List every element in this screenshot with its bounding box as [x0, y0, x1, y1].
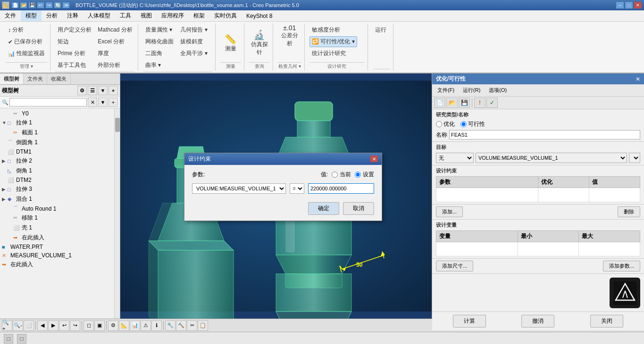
tree-item-remove1[interactable]: ✂ 移除 1	[0, 213, 120, 223]
rp-open-btn[interactable]: 📂	[446, 98, 458, 108]
tree-item-blend1[interactable]: ▶ ◆ 混合 1	[0, 194, 120, 204]
delete-constraint-btn[interactable]: 删除	[618, 206, 640, 217]
add-constraint-btn[interactable]: 添加...	[436, 206, 463, 217]
dialog-radio-current[interactable]: 当前	[332, 171, 351, 179]
tree-item-dtm2[interactable]: ⬜ DTM2	[0, 176, 120, 184]
zoom-in-btn[interactable]: 🔍+	[2, 320, 12, 331]
save-btn[interactable]: 💾	[28, 2, 36, 8]
global-interference-btn[interactable]: 全局干涉 ▾	[178, 48, 212, 59]
draft-angle-btn[interactable]: 拔模斜度	[178, 36, 212, 47]
tree-item-dtm1[interactable]: ⬜ DTM1	[0, 147, 120, 156]
tree-item-autoround1[interactable]: ⌒ Auto Round 1	[0, 204, 120, 213]
name-input[interactable]	[449, 130, 640, 139]
new-btn[interactable]: 📄	[11, 2, 19, 8]
pan-right-btn[interactable]: ▶	[48, 320, 59, 331]
zoom-out-btn[interactable]: 🔍-	[13, 320, 23, 331]
tree-item-section1[interactable]: ✏ 截面 1	[0, 128, 120, 138]
optimize-radio-label[interactable]: 优化	[436, 120, 455, 128]
tab-favorites[interactable]: 收藏夹	[47, 74, 71, 84]
measure-btn[interactable]: 📏 测量	[220, 31, 241, 55]
menu-tools[interactable]: 工具	[115, 10, 136, 21]
probe-btn[interactable]: 🔬 仿真探针	[249, 31, 270, 55]
radio-current-input[interactable]	[332, 172, 338, 178]
menu-simulation[interactable]: 实时仿真	[209, 10, 242, 21]
rp-warn-btn[interactable]: !	[474, 98, 485, 108]
user-def-analysis-btn[interactable]: 用户定义分析	[55, 25, 94, 35]
value-input[interactable]	[308, 183, 374, 194]
add-dimension-btn[interactable]: 添加尺寸...	[436, 261, 473, 271]
rp-new-btn[interactable]: 📄	[434, 98, 445, 108]
right-menu-file[interactable]: 文件(F)	[434, 85, 458, 95]
zoom-fit-btn[interactable]: ⬜	[24, 320, 34, 331]
tool8[interactable]: ✂	[187, 320, 197, 331]
tool7[interactable]: 🔨	[176, 320, 186, 331]
optimize-radio[interactable]	[436, 121, 442, 127]
dialog-close-btn[interactable]: ✕	[370, 156, 378, 162]
add-parameter-btn[interactable]: 添加参数...	[603, 261, 640, 271]
external-btn[interactable]: 外部分析	[95, 60, 134, 71]
view-solid-btn[interactable]: ▣	[94, 320, 105, 331]
tree-item-measure-vol[interactable]: ✕ MEASURE_VOLUME_1	[0, 251, 120, 260]
rp-save-btn[interactable]: 💾	[459, 98, 470, 108]
tree-item-insert2[interactable]: ➡ 在此插入	[0, 260, 120, 270]
compute-btn[interactable]: 计算	[453, 315, 486, 328]
minimize-btn[interactable]: ─	[616, 1, 624, 9]
right-menu-options[interactable]: 选项(O)	[485, 85, 510, 95]
short-edge-btn[interactable]: 矩边	[55, 36, 94, 47]
tree-search-input[interactable]	[9, 98, 87, 106]
tree-scrollbar[interactable]	[114, 108, 120, 319]
excel-analysis-btn[interactable]: Excel 分析	[95, 36, 134, 47]
saved-analysis-btn[interactable]: ✔已保存分析	[6, 36, 45, 47]
rotate-cw-btn[interactable]: ↪	[70, 320, 80, 331]
goal-dropdown[interactable]: ▼	[629, 153, 640, 163]
cancel-btn[interactable]: 取消	[343, 202, 374, 215]
right-panel-close-btn[interactable]: ✕	[636, 76, 640, 82]
tree-item-round1[interactable]: ⌒ 倒圆角 1	[0, 138, 120, 147]
menu-framework[interactable]: 框架	[189, 10, 209, 21]
mass-props-btn[interactable]: 质量属性 ▾	[143, 25, 177, 35]
tree-item-extrude1[interactable]: ▼ □ 拉伸 1	[0, 118, 120, 128]
pan-left-btn[interactable]: ◀	[37, 320, 48, 331]
tree-item-extrude3[interactable]: ▶ □ 拉伸 3	[0, 184, 120, 194]
tree-item-y0[interactable]: ✂ Y0	[0, 109, 120, 118]
run-btn[interactable]: 运行	[373, 25, 389, 35]
menu-view[interactable]: 视图	[136, 10, 157, 21]
tool1[interactable]: ⚙	[108, 320, 118, 331]
tree-filter-btn[interactable]: ▼	[98, 86, 108, 95]
analysis-btn[interactable]: ↕分析	[6, 25, 26, 35]
menu-annotation[interactable]: 注释	[62, 10, 83, 21]
thickness-btn[interactable]: 厚度	[95, 48, 134, 59]
search-add-btn[interactable]: +	[109, 98, 118, 107]
tool5[interactable]: ℹ	[151, 320, 162, 331]
tree-item-water-prt[interactable]: ■ WATER.PRT	[0, 243, 120, 251]
tree-add-btn[interactable]: +	[109, 86, 118, 95]
undo-btn[interactable]: 撤消	[521, 315, 554, 328]
tool-based-btn[interactable]: 基于工具包	[55, 60, 94, 71]
goal-type-select[interactable]: 无	[436, 153, 474, 163]
param-select[interactable]: VOLUME:MEASURE_VOLUME_1	[192, 183, 286, 194]
regenerate-btn[interactable]: 🔄	[54, 2, 61, 8]
perf-monitor-btn[interactable]: 📊性能监视器	[6, 48, 47, 59]
search-expand-btn[interactable]: ▼	[98, 98, 108, 107]
open-btn[interactable]: 📂	[20, 2, 27, 8]
redo-btn[interactable]: ↪	[45, 2, 53, 8]
prime-btn[interactable]: Prime 分析	[55, 48, 94, 59]
menu-keyshot[interactable]: KeyShot 8	[242, 11, 277, 21]
menu-model[interactable]: 模型	[21, 10, 42, 21]
tool3[interactable]: 📊	[130, 320, 140, 331]
menu-human[interactable]: 人体模型	[83, 10, 115, 21]
menu-file[interactable]: 文件	[0, 10, 21, 21]
tree-list-btn[interactable]: ☰	[88, 86, 97, 95]
rotate-ccw-btn[interactable]: ↩	[59, 320, 69, 331]
tool6[interactable]: 🔧	[165, 320, 176, 331]
dihedral-btn[interactable]: 二面角	[143, 48, 177, 59]
tree-settings-btn[interactable]: ⚙	[77, 86, 87, 95]
close-btn[interactable]: ✕	[634, 1, 642, 9]
tolerance-btn[interactable]: ±.01 公差分析	[278, 25, 301, 47]
tab-model-tree[interactable]: 模型树	[0, 74, 24, 84]
maximize-btn[interactable]: □	[625, 1, 633, 9]
menu-apps[interactable]: 应用程序	[157, 10, 189, 21]
geo-report-btn[interactable]: 几何报告 ▾	[178, 25, 212, 35]
equality-select[interactable]: =	[290, 183, 304, 194]
feasibility-radio[interactable]	[460, 121, 467, 127]
